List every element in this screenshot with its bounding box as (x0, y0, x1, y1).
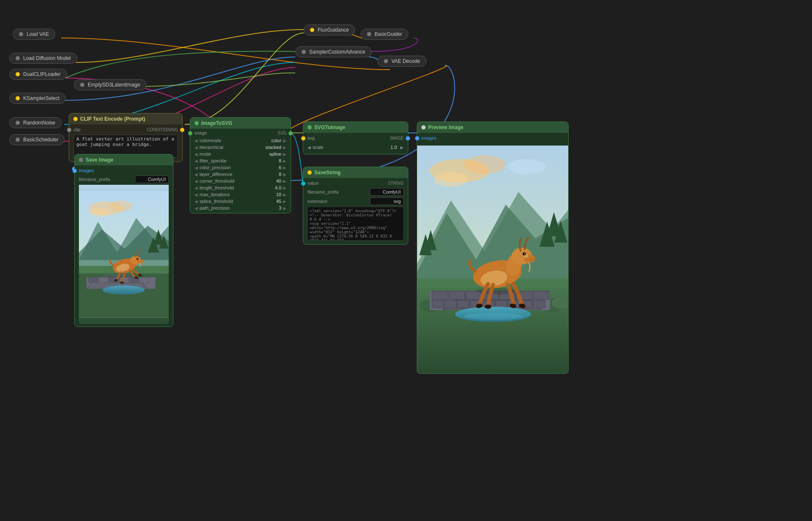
node-save-image[interactable]: Save Image images filename_prefix ComfyU… (74, 154, 173, 327)
param-hierarchical: ◀ hierarchical stacked ▶ (194, 144, 286, 151)
filename-prefix-label: filename_prefix (308, 189, 368, 194)
svg-point-92 (485, 305, 491, 309)
svg-rect-66 (533, 291, 549, 300)
preview-images-port-in (415, 136, 419, 140)
node-sampler-custom[interactable]: SamplerCustomAdvance (295, 46, 372, 57)
arrow-left[interactable]: ◀ (194, 172, 198, 177)
arrow-right[interactable]: ▶ (283, 206, 286, 211)
image-output-label: IMAGE (390, 136, 404, 140)
node-basic-scheduler[interactable]: BasicScheduler (9, 134, 65, 145)
svg-rect-75 (533, 300, 545, 308)
node-dot (308, 170, 312, 175)
arrow-left[interactable]: ◀ (194, 186, 198, 190)
svg-point-35 (434, 172, 468, 187)
node-savestring-title: SaveString (314, 170, 341, 175)
node-saveimage-title: Save Image (86, 157, 113, 163)
arrow-right[interactable]: ▶ (283, 179, 286, 184)
extension-label: extension (308, 199, 368, 204)
node-load-vae[interactable]: Load VAE (13, 29, 55, 40)
node-label: BasicScheduler (23, 137, 58, 143)
scale-arrow-right[interactable]: ▶ (400, 145, 404, 150)
arrow-right[interactable]: ▶ (283, 165, 286, 170)
arrow-right[interactable]: ▶ (283, 159, 286, 163)
svg-point-4 (90, 208, 109, 217)
save-image-preview (79, 185, 169, 324)
extension-row: extension svg (308, 197, 404, 205)
node-imagetosvg-title: ImageToSVG (201, 120, 232, 126)
node-label: DualCLIPLoader (23, 71, 61, 77)
node-dot (16, 138, 20, 142)
arrow-right[interactable]: ▶ (283, 199, 286, 204)
node-dot (384, 59, 388, 63)
param-layer-difference: ◀ layer_difference 8 ▶ (194, 171, 286, 178)
arrow-right[interactable]: ▶ (283, 192, 286, 197)
node-random-noise[interactable]: RandomNoise (9, 117, 62, 128)
node-label: FluxGuidance (318, 27, 349, 33)
arrow-left[interactable]: ◀ (194, 192, 198, 197)
svg-port-out (289, 131, 293, 135)
svg-output-label: SVG (278, 131, 286, 135)
node-ksampler-select[interactable]: KSamplerSelect (9, 93, 66, 104)
arrow-right[interactable]: ▶ (283, 186, 286, 190)
node-dot (302, 50, 306, 54)
arrow-left[interactable]: ◀ (194, 165, 198, 170)
node-svg-to-image[interactable]: SVGToImage svg IMAGE ◀ scale 1.0 ▶ (303, 121, 408, 154)
node-dot (308, 125, 312, 130)
node-label: Load Diffusion Model (23, 55, 71, 61)
node-save-string[interactable]: SaveString value STRING filename_prefix … (303, 167, 408, 245)
saveimage-filename-row: filename_prefix ComfyUI (79, 175, 169, 183)
node-empty-sd3[interactable]: EmptySD3LatentImage (74, 79, 146, 90)
node-basic-guider[interactable]: BasicGuider (361, 29, 408, 40)
preview-image-display (417, 146, 568, 373)
svg-point-36 (508, 159, 546, 174)
node-dot (421, 125, 426, 130)
arrow-left[interactable]: ◀ (194, 179, 198, 184)
arrow-left[interactable]: ◀ (194, 152, 198, 157)
node-dot (80, 83, 84, 87)
node-vae-decode[interactable]: VAE Decode (378, 56, 426, 67)
svg-rect-69 (457, 300, 469, 308)
node-dual-clip[interactable]: DualCLIPLoader (9, 69, 67, 80)
arrow-left[interactable]: ◀ (194, 138, 198, 143)
value-port-in (301, 181, 305, 186)
arrow-right[interactable]: ▶ (283, 152, 286, 157)
node-dot (194, 121, 199, 125)
svg-rect-67 (432, 300, 444, 308)
svg-point-28 (120, 281, 124, 283)
param-length-threshold: ◀ length_threshold 4.0 ▶ (194, 184, 286, 191)
node-dot (16, 121, 20, 125)
node-flux-guidance[interactable]: FluxGuidance (304, 24, 355, 35)
param-path-precision: ◀ path_precision 3 ▶ (194, 205, 286, 211)
conditioning-port-out (180, 128, 184, 132)
arrow-right[interactable]: ▶ (283, 172, 286, 177)
clip-label: clip (73, 127, 81, 132)
node-load-diffusion[interactable]: Load Diffusion Model (9, 53, 77, 64)
arrow-left[interactable]: ◀ (194, 206, 198, 211)
preview-images-label: images (421, 135, 436, 140)
svg-rect-15 (99, 277, 108, 283)
arrow-right[interactable]: ▶ (283, 145, 286, 150)
conditioning-label: CONDITIONING (147, 127, 178, 132)
saveimage-filename-label: filename_prefix (79, 177, 133, 182)
canvas: { "nodes": { "loadvae": { "label": "Load… (0, 0, 812, 521)
svg-content-textarea: <?xml version="1.0" encoding="UTF-8"?> <… (308, 207, 404, 240)
node-image-to-svg[interactable]: ImageToSVG image SVG ◀ colormode color ▶… (190, 117, 291, 213)
node-dot (73, 117, 78, 121)
arrow-left[interactable]: ◀ (194, 159, 198, 163)
node-clip-text-header: CLIP Text Encode (Prompt) (69, 113, 182, 124)
svg-point-93 (523, 254, 529, 258)
param-colormode: ◀ colormode color ▶ (194, 137, 286, 144)
scale-arrow-left[interactable]: ◀ (308, 145, 311, 150)
node-preview-image[interactable]: Preview Image images (417, 121, 569, 374)
scale-value: 1.0 (391, 145, 397, 150)
node-svgtoimage-header: SVGToImage (303, 122, 408, 133)
svg-point-85 (530, 259, 532, 261)
images-label: images (79, 168, 94, 173)
arrow-left[interactable]: ◀ (194, 199, 198, 204)
param-mode: ◀ mode spline ▶ (194, 151, 286, 157)
svg-point-25 (137, 259, 138, 259)
arrow-left[interactable]: ◀ (194, 145, 198, 150)
param-color-precision: ◀ color_precision 6 ▶ (194, 164, 286, 171)
arrow-right[interactable]: ▶ (283, 138, 286, 143)
image-port-out (406, 136, 410, 140)
